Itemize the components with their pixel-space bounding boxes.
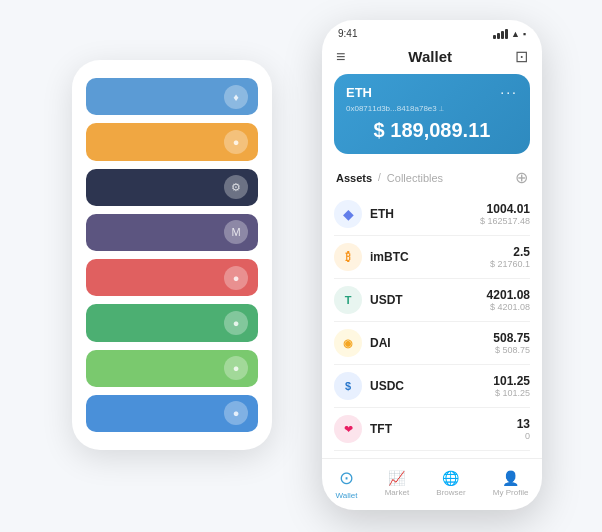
browser-nav-icon: 🌐 — [442, 470, 459, 486]
asset-value: 0 — [517, 431, 530, 441]
card-icon: ● — [224, 311, 248, 335]
asset-right: 2.5 $ 21760.1 — [490, 245, 530, 269]
asset-amount: 508.75 — [493, 331, 530, 345]
asset-amount: 101.25 — [493, 374, 530, 388]
page-title: Wallet — [408, 48, 452, 65]
list-item: ⚙ — [86, 169, 258, 206]
usdc-icon: $ — [334, 372, 362, 400]
assets-tabs: Assets / Collectibles — [336, 172, 443, 184]
asset-name: TFT — [370, 422, 392, 436]
menu-icon[interactable]: ≡ — [336, 48, 345, 66]
card-icon: ● — [224, 130, 248, 154]
asset-left: $ USDC — [334, 372, 404, 400]
asset-right: 101.25 $ 101.25 — [493, 374, 530, 398]
tab-assets[interactable]: Assets — [336, 172, 372, 184]
table-row[interactable]: ❤ TFT 13 0 — [334, 408, 530, 451]
eth-card-title: ETH — [346, 85, 372, 100]
market-nav-icon: 📈 — [388, 470, 405, 486]
status-time: 9:41 — [338, 28, 357, 39]
asset-left: ❤ TFT — [334, 415, 392, 443]
list-item: ♦ — [86, 78, 258, 115]
asset-amount: 13 — [517, 417, 530, 431]
asset-value: $ 162517.48 — [480, 216, 530, 226]
tab-separator: / — [378, 172, 381, 183]
asset-name: USDC — [370, 379, 404, 393]
table-row[interactable]: ₿ imBTC 2.5 $ 21760.1 — [334, 236, 530, 279]
eth-address: 0x08711d3b...8418a78e3 ⟂ — [346, 104, 518, 113]
asset-value: $ 4201.08 — [487, 302, 530, 312]
list-item: ● — [86, 304, 258, 341]
assets-header: Assets / Collectibles ⊕ — [322, 164, 542, 193]
list-item: M — [86, 214, 258, 251]
eth-balance: $ 189,089.11 — [346, 119, 518, 142]
add-asset-button[interactable]: ⊕ — [515, 168, 528, 187]
dai-icon: ◉ — [334, 329, 362, 357]
eth-wallet-card[interactable]: ETH ··· 0x08711d3b...8418a78e3 ⟂ $ 189,0… — [334, 74, 530, 154]
nav-market-label: Market — [385, 488, 409, 497]
nav-profile-label: My Profile — [493, 488, 529, 497]
list-item: ● — [86, 350, 258, 387]
status-icons: ▲ ▪ — [493, 29, 526, 39]
scan-icon[interactable]: ⊡ — [515, 47, 528, 66]
asset-amount: 4201.08 — [487, 288, 530, 302]
tft-icon: ❤ — [334, 415, 362, 443]
nav-browser[interactable]: 🌐 Browser — [436, 470, 465, 497]
asset-amount: 1004.01 — [480, 202, 530, 216]
bottom-nav: ⊙ Wallet 📈 Market 🌐 Browser 👤 My Profile — [322, 458, 542, 510]
asset-left: T USDT — [334, 286, 403, 314]
usdt-icon: T — [334, 286, 362, 314]
battery-icon: ▪ — [523, 29, 526, 39]
asset-list: ◆ ETH 1004.01 $ 162517.48 ₿ imBTC 2.5 $ … — [322, 193, 542, 458]
asset-amount: 2.5 — [490, 245, 530, 259]
asset-left: ◉ DAI — [334, 329, 391, 357]
card-icon: M — [224, 220, 248, 244]
list-item: ● — [86, 395, 258, 432]
asset-right: 1004.01 $ 162517.48 — [480, 202, 530, 226]
asset-left: ◆ ETH — [334, 200, 394, 228]
asset-right: 4201.08 $ 4201.08 — [487, 288, 530, 312]
nav-profile[interactable]: 👤 My Profile — [493, 470, 529, 497]
status-bar: 9:41 ▲ ▪ — [322, 20, 542, 43]
nav-wallet[interactable]: ⊙ Wallet — [336, 467, 358, 500]
imbtc-icon: ₿ — [334, 243, 362, 271]
main-phone: 9:41 ▲ ▪ ≡ Wallet ⊡ ETH ··· 0x08711d3b..… — [322, 20, 542, 510]
nav-wallet-label: Wallet — [336, 491, 358, 500]
list-item: ● — [86, 123, 258, 160]
tab-collectibles[interactable]: Collectibles — [387, 172, 443, 184]
asset-value: $ 101.25 — [493, 388, 530, 398]
asset-name: DAI — [370, 336, 391, 350]
list-item: ● — [86, 259, 258, 296]
nav-browser-label: Browser — [436, 488, 465, 497]
asset-left: ₿ imBTC — [334, 243, 409, 271]
wifi-icon: ▲ — [511, 29, 520, 39]
asset-name: ETH — [370, 207, 394, 221]
asset-name: imBTC — [370, 250, 409, 264]
background-phone: ♦ ● ⚙ M ● ● ● ● — [72, 60, 272, 450]
eth-icon: ◆ — [334, 200, 362, 228]
profile-nav-icon: 👤 — [502, 470, 519, 486]
asset-value: $ 21760.1 — [490, 259, 530, 269]
signal-icon — [493, 29, 508, 39]
table-row[interactable]: ◉ DAI 508.75 $ 508.75 — [334, 322, 530, 365]
table-row[interactable]: $ USDC 101.25 $ 101.25 — [334, 365, 530, 408]
eth-card-menu[interactable]: ··· — [500, 84, 518, 100]
card-icon: ⚙ — [224, 175, 248, 199]
asset-right: 508.75 $ 508.75 — [493, 331, 530, 355]
table-row[interactable]: ◆ ETH 1004.01 $ 162517.48 — [334, 193, 530, 236]
table-row[interactable]: T USDT 4201.08 $ 4201.08 — [334, 279, 530, 322]
asset-name: USDT — [370, 293, 403, 307]
card-icon: ● — [224, 401, 248, 425]
nav-market[interactable]: 📈 Market — [385, 470, 409, 497]
asset-value: $ 508.75 — [493, 345, 530, 355]
card-icon: ♦ — [224, 85, 248, 109]
asset-right: 13 0 — [517, 417, 530, 441]
wallet-nav-icon: ⊙ — [339, 467, 354, 489]
eth-card-header: ETH ··· — [346, 84, 518, 100]
card-icon: ● — [224, 356, 248, 380]
app-header: ≡ Wallet ⊡ — [322, 43, 542, 74]
card-icon: ● — [224, 266, 248, 290]
